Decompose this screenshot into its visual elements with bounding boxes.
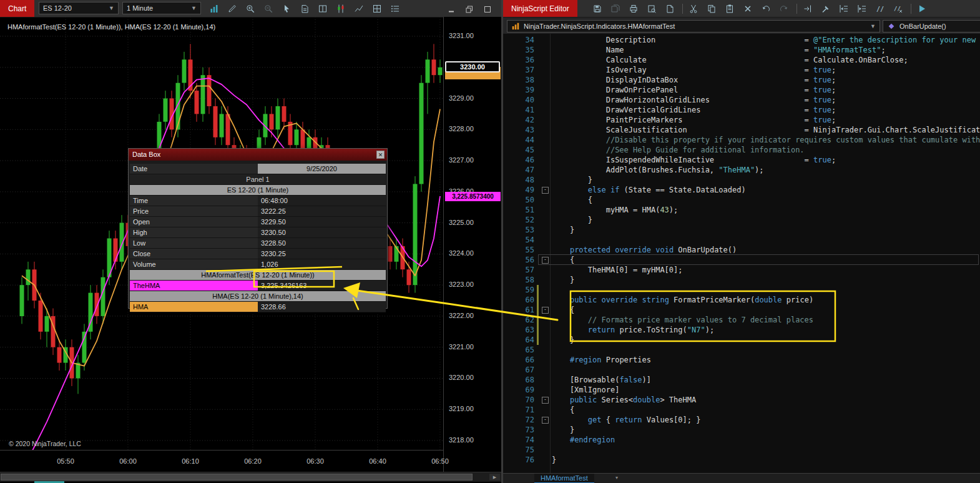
type-selector[interactable]: NinjaTrader.NinjaScript.Indicators.HMAfo…: [507, 20, 880, 32]
code-line[interactable]: 62 // Formats price marker values to 7 d…: [503, 315, 980, 325]
undo-icon[interactable]: [759, 2, 773, 16]
uncomment-icon[interactable]: //: [891, 2, 905, 16]
page-setup-icon[interactable]: [663, 2, 677, 16]
data-box-titlebar[interactable]: Data Box: [129, 149, 387, 161]
code-line[interactable]: 72- get { return Values[0]; }: [503, 415, 980, 425]
tab-list-icon[interactable]: ▾: [615, 475, 618, 481]
code-line[interactable]: 58 }: [503, 275, 980, 285]
code-line[interactable]: 56- {: [503, 255, 980, 265]
code-line[interactable]: 61- {: [503, 305, 980, 315]
line-number: 57: [503, 265, 534, 275]
build-icon[interactable]: [819, 2, 833, 16]
code-line[interactable]: 46 IsSuspendedWhileInactive = true;: [503, 155, 980, 165]
code-line[interactable]: 57 TheHMA[0] = myHMA[0];: [503, 265, 980, 275]
outdent-icon[interactable]: [837, 2, 851, 16]
code-line[interactable]: 60 public override string FormatPriceMar…: [503, 295, 980, 305]
databox-field-label: Low: [130, 238, 258, 248]
code-line[interactable]: 74 #endregion: [503, 435, 980, 445]
grid-icon[interactable]: [370, 2, 384, 16]
code-line[interactable]: 38 DisplayInDataBox = true;: [503, 75, 980, 85]
tab-hmaformattest[interactable]: HMAformatTest: [534, 474, 594, 483]
indent-icon[interactable]: [855, 2, 869, 16]
code-line[interactable]: 75: [503, 445, 980, 455]
code-line[interactable]: 35 Name = "HMAformatTest";: [503, 45, 980, 55]
code-line[interactable]: 67: [503, 365, 980, 375]
redo-icon[interactable]: [777, 2, 791, 16]
code-line[interactable]: 63 return price.ToString("N7");: [503, 325, 980, 335]
code-line[interactable]: 64 }: [503, 335, 980, 345]
code-line[interactable]: 42 PaintPriceMarkers = true;: [503, 115, 980, 125]
chart-window-tab[interactable]: Chart: [0, 0, 34, 17]
code-line[interactable]: 55 protected override void OnBarUpdate(): [503, 245, 980, 255]
code-line[interactable]: 36 Calculate = Calculate.OnBarClose;: [503, 55, 980, 65]
code-line[interactable]: 39 DrawOnPricePanel = true;: [503, 85, 980, 95]
code-line[interactable]: 65: [503, 345, 980, 355]
code-editor[interactable]: 34 Description = @"Enter the description…: [503, 34, 980, 473]
save-icon[interactable]: [590, 2, 604, 16]
code-line[interactable]: 73 }: [503, 425, 980, 435]
code-line[interactable]: 68 [Browsable(false)]: [503, 375, 980, 385]
print-icon[interactable]: [627, 2, 640, 16]
code-fold-icon[interactable]: -: [542, 397, 549, 404]
data-box-window[interactable]: Data Box ✕ Date 9/25/2020 Panel 1 ES 12-…: [128, 148, 388, 309]
win-minimize-icon[interactable]: [444, 2, 458, 16]
price-axis[interactable]: 3218.003219.003220.003221.003222.003223.…: [443, 17, 501, 472]
code-line[interactable]: 40 DrawHorizontalGridLines = true;: [503, 95, 980, 105]
code-line[interactable]: 45 //See Help Guide for additional infor…: [503, 145, 980, 155]
snapshot-icon[interactable]: [298, 2, 311, 16]
candlestick-icon[interactable]: [334, 2, 348, 16]
code-fold-icon[interactable]: -: [542, 257, 549, 264]
horizontal-scrollbar[interactable]: ▶: [0, 472, 501, 482]
time-axis[interactable]: 05:5006:0006:1006:2006:3006:4006:50: [0, 450, 443, 472]
zoom-in-icon[interactable]: [243, 2, 257, 16]
paste-icon[interactable]: [723, 2, 737, 16]
editor-window-tab[interactable]: NinjaScript Editor: [503, 0, 577, 17]
code-line[interactable]: 69 [XmlIgnore]: [503, 385, 980, 395]
chart-style-icon[interactable]: [207, 2, 221, 16]
print-preview-icon[interactable]: [645, 2, 659, 16]
export-icon[interactable]: [801, 2, 815, 16]
polyline-icon[interactable]: [352, 2, 366, 16]
cursor-icon[interactable]: [280, 2, 293, 16]
code-line[interactable]: 71 {: [503, 405, 980, 415]
code-line[interactable]: 47 AddPlot(Brushes.Fuchsia, "TheHMA");: [503, 165, 980, 175]
save-all-icon[interactable]: [609, 2, 622, 16]
code-line[interactable]: 37 IsOverlay = true;: [503, 65, 980, 75]
code-fold-icon[interactable]: -: [542, 417, 549, 424]
code-line[interactable]: 53 }: [503, 225, 980, 235]
list-icon[interactable]: [388, 2, 402, 16]
code-line[interactable]: 66 #region Properties: [503, 355, 980, 365]
code-fold-icon[interactable]: -: [542, 187, 549, 194]
cut-icon[interactable]: [687, 2, 700, 16]
split-panel-icon[interactable]: [316, 2, 330, 16]
interval-selector[interactable]: 1 Minute ▼: [122, 2, 201, 14]
code-line[interactable]: 76}: [503, 455, 980, 465]
code-line[interactable]: 52 }: [503, 215, 980, 225]
code-line[interactable]: 51 myHMA = HMA(43);: [503, 205, 980, 215]
instrument-selector[interactable]: ES 12-20 ▼: [39, 2, 119, 14]
win-restore-icon[interactable]: [463, 2, 476, 16]
copy-icon[interactable]: [705, 2, 718, 16]
delete-icon[interactable]: [741, 2, 755, 16]
code-line[interactable]: 43 ScaleJustification = NinjaTrader.Gui.…: [503, 125, 980, 135]
code-line[interactable]: 34 Description = @"Enter the description…: [503, 35, 980, 45]
scroll-right-button[interactable]: ▶: [489, 474, 500, 481]
code-line[interactable]: 44 //Disable this property if your indic…: [503, 135, 980, 145]
code-fold-icon[interactable]: -: [542, 307, 549, 314]
draw-icon[interactable]: [225, 2, 239, 16]
code-line[interactable]: 54: [503, 235, 980, 245]
close-icon[interactable]: ✕: [376, 151, 385, 159]
code-line[interactable]: 70- public Series<double> TheHMA: [503, 395, 980, 405]
code-line[interactable]: 50 {: [503, 195, 980, 205]
method-selector[interactable]: OnBarUpdate(): [883, 20, 980, 32]
code-line[interactable]: 48 }: [503, 175, 980, 185]
last-price-marker: 3230.00: [445, 61, 500, 72]
code-line[interactable]: 49- else if (State == State.DataLoaded): [503, 185, 980, 195]
scrollbar-thumb[interactable]: [1, 474, 473, 481]
code-line[interactable]: 59: [503, 285, 980, 295]
code-line[interactable]: 41 DrawVerticalGridLines = true;: [503, 105, 980, 115]
zoom-out-icon[interactable]: [262, 2, 275, 16]
compile-icon[interactable]: [915, 2, 929, 16]
win-maximize-icon[interactable]: [481, 2, 494, 16]
comment-icon[interactable]: //: [873, 2, 887, 16]
